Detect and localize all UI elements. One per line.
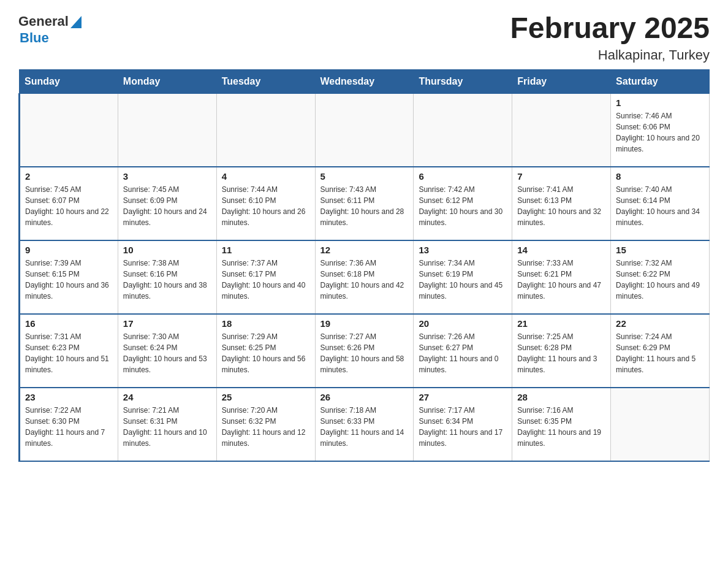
- calendar-cell: 8Sunrise: 7:40 AM Sunset: 6:14 PM Daylig…: [611, 167, 710, 240]
- day-info: Sunrise: 7:29 AM Sunset: 6:25 PM Dayligh…: [222, 331, 310, 375]
- calendar-cell: [20, 93, 118, 167]
- logo: General Blue: [18, 12, 82, 45]
- day-number: 8: [616, 171, 704, 182]
- logo-blue-text: Blue: [20, 31, 82, 45]
- calendar-cell: 23Sunrise: 7:22 AM Sunset: 6:30 PM Dayli…: [20, 388, 118, 461]
- day-number: 7: [517, 171, 605, 182]
- title-block: February 2025 Halkapinar, Turkey: [510, 12, 710, 63]
- calendar-cell: 27Sunrise: 7:17 AM Sunset: 6:34 PM Dayli…: [414, 388, 512, 461]
- logo-general-text: General: [18, 14, 69, 29]
- day-info: Sunrise: 7:25 AM Sunset: 6:28 PM Dayligh…: [517, 331, 605, 375]
- calendar-cell: 19Sunrise: 7:27 AM Sunset: 6:26 PM Dayli…: [315, 314, 414, 388]
- day-info: Sunrise: 7:43 AM Sunset: 6:11 PM Dayligh…: [320, 184, 409, 228]
- day-info: Sunrise: 7:37 AM Sunset: 6:17 PM Dayligh…: [222, 258, 310, 302]
- calendar-cell: 16Sunrise: 7:31 AM Sunset: 6:23 PM Dayli…: [20, 314, 118, 388]
- calendar-cell: 14Sunrise: 7:33 AM Sunset: 6:21 PM Dayli…: [512, 240, 611, 314]
- day-info: Sunrise: 7:44 AM Sunset: 6:10 PM Dayligh…: [222, 184, 310, 228]
- day-number: 20: [419, 318, 507, 329]
- calendar-cell: 22Sunrise: 7:24 AM Sunset: 6:29 PM Dayli…: [611, 314, 710, 388]
- day-info: Sunrise: 7:42 AM Sunset: 6:12 PM Dayligh…: [419, 184, 507, 228]
- day-number: 9: [25, 245, 113, 255]
- calendar-week-row: 16Sunrise: 7:31 AM Sunset: 6:23 PM Dayli…: [20, 314, 710, 388]
- calendar-cell: 5Sunrise: 7:43 AM Sunset: 6:11 PM Daylig…: [315, 167, 414, 240]
- day-number: 23: [25, 392, 113, 402]
- day-info: Sunrise: 7:32 AM Sunset: 6:22 PM Dayligh…: [616, 258, 704, 302]
- day-number: 15: [616, 245, 704, 255]
- calendar-cell: 10Sunrise: 7:38 AM Sunset: 6:16 PM Dayli…: [118, 240, 216, 314]
- day-info: Sunrise: 7:31 AM Sunset: 6:23 PM Dayligh…: [25, 331, 113, 375]
- day-info: Sunrise: 7:20 AM Sunset: 6:32 PM Dayligh…: [222, 405, 310, 449]
- day-number: 10: [123, 245, 211, 255]
- calendar-cell: [118, 93, 216, 167]
- calendar-week-row: 9Sunrise: 7:39 AM Sunset: 6:15 PM Daylig…: [20, 240, 710, 314]
- calendar-cell: 21Sunrise: 7:25 AM Sunset: 6:28 PM Dayli…: [512, 314, 611, 388]
- day-number: 25: [222, 392, 310, 402]
- calendar-cell: 11Sunrise: 7:37 AM Sunset: 6:17 PM Dayli…: [216, 240, 315, 314]
- day-header-sunday: Sunday: [20, 69, 118, 93]
- day-number: 6: [419, 171, 507, 182]
- calendar-cell: 26Sunrise: 7:18 AM Sunset: 6:33 PM Dayli…: [315, 388, 414, 461]
- day-info: Sunrise: 7:45 AM Sunset: 6:07 PM Dayligh…: [25, 184, 113, 228]
- day-number: 26: [320, 392, 409, 402]
- calendar-cell: 28Sunrise: 7:16 AM Sunset: 6:35 PM Dayli…: [512, 388, 611, 461]
- calendar-cell: 15Sunrise: 7:32 AM Sunset: 6:22 PM Dayli…: [611, 240, 710, 314]
- calendar-cell: [512, 93, 611, 167]
- logo-triangle-icon: [70, 16, 82, 28]
- day-info: Sunrise: 7:26 AM Sunset: 6:27 PM Dayligh…: [419, 331, 507, 375]
- calendar-cell: [216, 93, 315, 167]
- day-header-thursday: Thursday: [414, 69, 512, 93]
- day-header-tuesday: Tuesday: [216, 69, 315, 93]
- calendar-cell: 24Sunrise: 7:21 AM Sunset: 6:31 PM Dayli…: [118, 388, 216, 461]
- calendar-cell: 12Sunrise: 7:36 AM Sunset: 6:18 PM Dayli…: [315, 240, 414, 314]
- calendar-cell: [414, 93, 512, 167]
- day-info: Sunrise: 7:45 AM Sunset: 6:09 PM Dayligh…: [123, 184, 211, 228]
- calendar-cell: 9Sunrise: 7:39 AM Sunset: 6:15 PM Daylig…: [20, 240, 118, 314]
- day-number: 3: [123, 171, 211, 182]
- day-number: 19: [320, 318, 409, 329]
- day-info: Sunrise: 7:30 AM Sunset: 6:24 PM Dayligh…: [123, 331, 211, 375]
- day-info: Sunrise: 7:39 AM Sunset: 6:15 PM Dayligh…: [25, 258, 113, 302]
- day-info: Sunrise: 7:22 AM Sunset: 6:30 PM Dayligh…: [25, 405, 113, 449]
- day-number: 1: [616, 98, 704, 108]
- day-number: 5: [320, 171, 409, 182]
- day-info: Sunrise: 7:36 AM Sunset: 6:18 PM Dayligh…: [320, 258, 409, 302]
- day-number: 27: [419, 392, 507, 402]
- day-header-monday: Monday: [118, 69, 216, 93]
- day-number: 16: [25, 318, 113, 329]
- calendar-cell: 6Sunrise: 7:42 AM Sunset: 6:12 PM Daylig…: [414, 167, 512, 240]
- day-info: Sunrise: 7:46 AM Sunset: 6:06 PM Dayligh…: [616, 110, 704, 155]
- day-header-saturday: Saturday: [611, 69, 710, 93]
- calendar-week-row: 2Sunrise: 7:45 AM Sunset: 6:07 PM Daylig…: [20, 167, 710, 240]
- day-info: Sunrise: 7:41 AM Sunset: 6:13 PM Dayligh…: [517, 184, 605, 228]
- calendar-week-row: 23Sunrise: 7:22 AM Sunset: 6:30 PM Dayli…: [20, 388, 710, 461]
- calendar-cell: 17Sunrise: 7:30 AM Sunset: 6:24 PM Dayli…: [118, 314, 216, 388]
- day-number: 28: [517, 392, 605, 402]
- calendar-cell: 4Sunrise: 7:44 AM Sunset: 6:10 PM Daylig…: [216, 167, 315, 240]
- day-number: 11: [222, 245, 310, 255]
- day-number: 22: [616, 318, 704, 329]
- day-info: Sunrise: 7:18 AM Sunset: 6:33 PM Dayligh…: [320, 405, 409, 449]
- day-info: Sunrise: 7:34 AM Sunset: 6:19 PM Dayligh…: [419, 258, 507, 302]
- calendar-cell: 25Sunrise: 7:20 AM Sunset: 6:32 PM Dayli…: [216, 388, 315, 461]
- calendar-header-row: SundayMondayTuesdayWednesdayThursdayFrid…: [20, 69, 710, 93]
- day-header-friday: Friday: [512, 69, 611, 93]
- day-info: Sunrise: 7:21 AM Sunset: 6:31 PM Dayligh…: [123, 405, 211, 449]
- calendar-cell: 3Sunrise: 7:45 AM Sunset: 6:09 PM Daylig…: [118, 167, 216, 240]
- day-number: 4: [222, 171, 310, 182]
- day-number: 2: [25, 171, 113, 182]
- calendar-cell: 18Sunrise: 7:29 AM Sunset: 6:25 PM Dayli…: [216, 314, 315, 388]
- day-number: 17: [123, 318, 211, 329]
- calendar-table: SundayMondayTuesdayWednesdayThursdayFrid…: [18, 69, 710, 462]
- day-number: 14: [517, 245, 605, 255]
- day-info: Sunrise: 7:33 AM Sunset: 6:21 PM Dayligh…: [517, 258, 605, 302]
- day-info: Sunrise: 7:27 AM Sunset: 6:26 PM Dayligh…: [320, 331, 409, 375]
- svg-marker-0: [70, 16, 82, 28]
- day-header-wednesday: Wednesday: [315, 69, 414, 93]
- calendar-cell: 1Sunrise: 7:46 AM Sunset: 6:06 PM Daylig…: [611, 93, 710, 167]
- day-number: 21: [517, 318, 605, 329]
- day-info: Sunrise: 7:16 AM Sunset: 6:35 PM Dayligh…: [517, 405, 605, 449]
- day-info: Sunrise: 7:17 AM Sunset: 6:34 PM Dayligh…: [419, 405, 507, 449]
- day-info: Sunrise: 7:38 AM Sunset: 6:16 PM Dayligh…: [123, 258, 211, 302]
- page-title: February 2025: [510, 12, 710, 45]
- day-number: 18: [222, 318, 310, 329]
